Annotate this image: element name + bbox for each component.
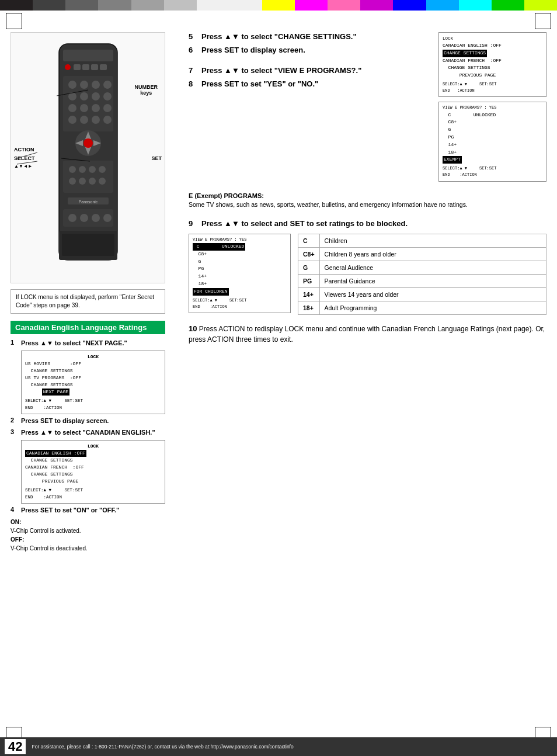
off-title: OFF: xyxy=(11,535,165,544)
s7-l4: PG xyxy=(443,134,542,141)
svg-point-17 xyxy=(80,104,88,112)
off-text: V-Chip Control is deactivated. xyxy=(11,544,165,553)
rating-code: G xyxy=(298,261,320,274)
s5-l2: CHANGE SETTINGS xyxy=(443,50,542,57)
screen1-line5: NEXT PAGE xyxy=(25,389,161,396)
step-9: 9 Press ▲▼ to select and SET to set rati… xyxy=(189,219,546,229)
step-8: 8 Press SET to set "YES" or "NO." xyxy=(189,79,433,89)
rating-desc: Children xyxy=(319,234,546,247)
color-bar-3 xyxy=(65,0,98,11)
label-arrows: ▲▼◄► xyxy=(14,164,33,169)
reg-mark-tr xyxy=(535,13,551,29)
color-bar-magenta xyxy=(295,0,328,11)
ratings-row: PGParental Guidance xyxy=(298,274,546,287)
screen1-line4: CHANGE SETTINGS xyxy=(25,382,161,389)
ratings-row: C8+Children 8 years and older xyxy=(298,247,546,261)
svg-point-22 xyxy=(92,116,100,124)
ratings-area: VIEW E PROGRAMS? : YES C UNLOCKED C8+ G … xyxy=(189,234,546,315)
svg-point-8 xyxy=(68,81,76,89)
lock-note-text: If LOCK menu is not displayed, perform "… xyxy=(16,294,154,308)
ratings-row: 14+Viewers 14 years and older xyxy=(298,287,546,301)
ratings-table: CChildrenC8+Children 8 years and olderGG… xyxy=(298,234,546,315)
svg-point-34 xyxy=(99,166,106,173)
screen5-title: LOCK xyxy=(443,35,542,42)
svg-point-38 xyxy=(99,178,106,185)
s9-title: VIEW E PROGRAMS? : YES xyxy=(193,237,287,243)
section-header: Canadian English Language Ratings xyxy=(11,321,165,334)
screen-9-box: VIEW E PROGRAMS? : YES C UNLOCKED C8+ G … xyxy=(189,234,291,313)
ratings-row: CChildren xyxy=(298,234,546,247)
s9-l5: 14+ xyxy=(193,273,287,280)
color-bar-pink xyxy=(328,0,360,11)
svg-point-33 xyxy=(89,166,96,173)
screen2-end: END :ACTION xyxy=(25,494,161,501)
s7-select: SELECT:▲ ▼ SET:SET xyxy=(443,165,542,172)
ratings-row: GGeneral Audience xyxy=(298,261,546,274)
svg-point-15 xyxy=(103,92,112,100)
screen2-select: SELECT:▲ ▼ SET:SET xyxy=(25,487,161,494)
step-7: 7 Press ▲▼ to select "VIEW E PROGRAMS?." xyxy=(189,66,433,76)
s7-l7: EXEMPT xyxy=(443,156,542,164)
rating-code: C8+ xyxy=(298,247,320,261)
screen2-line5: PREVIOUS PAGE xyxy=(25,478,161,485)
color-bar-green xyxy=(492,0,524,11)
remote-image: Panasonic NUMBERkeys ACTION SELECT ▲▼◄► … xyxy=(11,32,165,283)
screen2-line3: CANADIAN FRENCH :OFF xyxy=(25,464,161,471)
steps-1-4: 1 Press ▲▼ to select "NEXT PAGE." LOCK U… xyxy=(11,339,165,553)
screen-box-2: LOCK CANADIAN ENGLISH :OFF CHANGE SETTIN… xyxy=(21,440,165,504)
step-3: 3 Press ▲▼ to select "CANADIAN ENGLISH." xyxy=(11,428,165,436)
rating-code: C xyxy=(298,234,320,247)
s9-l2: C8+ xyxy=(193,251,287,258)
screen-7-box: VIEW E PROGRAMS? : YES C UNLOCKED C8+ G … xyxy=(438,102,546,181)
svg-point-36 xyxy=(79,178,86,185)
color-bar-5 xyxy=(131,0,164,11)
s7-l3: G xyxy=(443,126,542,134)
s9-l3: G xyxy=(193,258,287,266)
color-bar-cyan xyxy=(459,0,492,11)
svg-point-19 xyxy=(103,104,112,112)
svg-point-44 xyxy=(92,214,100,222)
ratings-row: 18+Adult Programming xyxy=(298,301,546,314)
svg-point-16 xyxy=(68,104,76,112)
label-set: SET xyxy=(151,155,162,161)
s9-select: SELECT:▲ ▼ SET:SET xyxy=(193,297,287,304)
on-text: V-Chip Control is activated. xyxy=(11,526,165,535)
s9-l7: FOR CHILDREN xyxy=(193,288,287,296)
s5-l1: CANADIAN ENGLISH :OFF xyxy=(443,42,542,50)
step-6: 6 Press SET to display screen. xyxy=(189,46,433,56)
step-2: 2 Press SET to display screen. xyxy=(11,417,165,425)
screen2-line4: CHANGE SETTINGS xyxy=(25,471,161,478)
svg-rect-47 xyxy=(62,234,114,256)
s7-l5: 14+ xyxy=(443,141,542,149)
s5-select: SELECT:▲ ▼ SET:SET xyxy=(443,81,542,88)
s5-l5: PREVIOUS PAGE xyxy=(443,72,542,79)
s9-end: END :ACTION xyxy=(193,304,287,310)
s5-end: END :ACTION xyxy=(443,88,542,94)
on-off-section: ON: V-Chip Control is activated. OFF: V-… xyxy=(11,518,165,553)
screen-5-box: LOCK CANADIAN ENGLISH :OFF CHANGE SETTIN… xyxy=(438,32,546,97)
screen1-title: LOCK xyxy=(25,353,161,360)
s5-l4: CHANGE SETTINGS xyxy=(443,64,542,72)
step-4: 4 Press SET to set "ON" or "OFF." xyxy=(11,506,165,514)
screen-box-1: LOCK US MOVIES :OFF CHANGE SETTINGS US T… xyxy=(21,351,165,414)
svg-point-37 xyxy=(89,178,96,185)
svg-point-45 xyxy=(103,214,112,222)
svg-point-18 xyxy=(92,104,100,112)
svg-point-32 xyxy=(79,166,86,173)
screen2-line1: CANADIAN ENGLISH :OFF xyxy=(25,450,161,457)
svg-point-23 xyxy=(103,116,112,124)
steps-5-8: LOCK CANADIAN ENGLISH :OFF CHANGE SETTIN… xyxy=(189,32,546,186)
svg-point-42 xyxy=(68,214,76,222)
reg-mark-tl xyxy=(6,13,22,29)
s5-l3: CANADIAN FRENCH :OFF xyxy=(443,57,542,65)
svg-point-31 xyxy=(69,166,76,173)
bottom-bar: 42 For assistance, please call : 1-800-2… xyxy=(0,737,557,756)
screen2-title: LOCK xyxy=(25,443,161,450)
color-bar-1 xyxy=(0,0,33,11)
rating-code: 14+ xyxy=(298,287,320,301)
svg-rect-5 xyxy=(91,64,98,70)
rating-desc: Children 8 years and older xyxy=(319,247,546,261)
s9-l1: C UNLOCKED xyxy=(193,243,287,251)
label-number-keys: NUMBERkeys xyxy=(135,84,158,96)
rating-desc: General Audience xyxy=(319,261,546,274)
